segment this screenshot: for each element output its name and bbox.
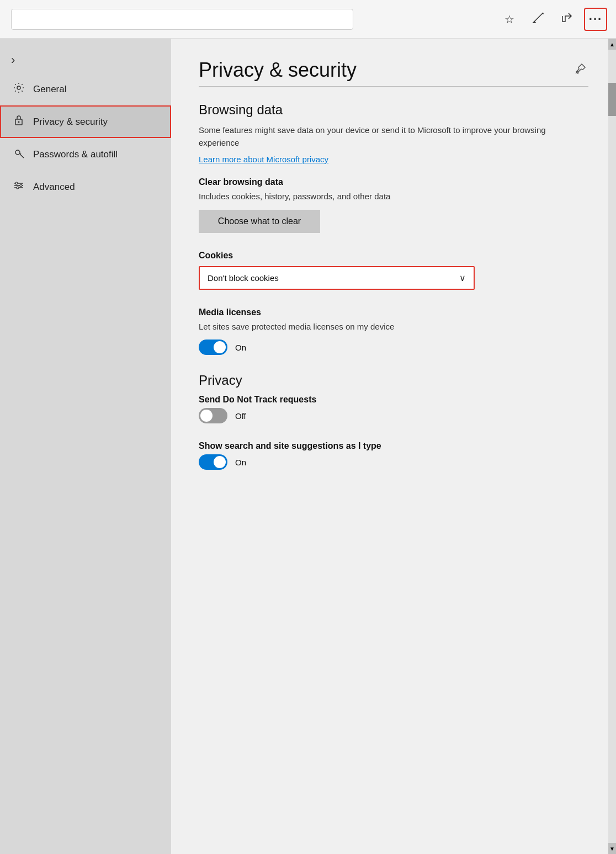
privacy-security-icon: [12, 114, 25, 129]
privacy-section: Privacy Send Do Not Track requests Off S…: [199, 373, 588, 470]
notes-icon: [532, 12, 544, 26]
pin-button[interactable]: [572, 61, 588, 80]
media-licenses-toggle[interactable]: [199, 340, 227, 355]
svg-point-3: [15, 150, 20, 155]
search-suggestions-title: Show search and site suggestions as I ty…: [199, 441, 588, 451]
sidebar-item-privacy-label: Privacy & security: [33, 116, 108, 128]
search-suggestions-toggle-knob: [214, 456, 226, 468]
notes-button[interactable]: [527, 8, 550, 31]
collapse-icon: ›: [11, 53, 15, 67]
sidebar-item-privacy-security[interactable]: Privacy & security: [0, 105, 171, 138]
browsing-data-description: Some features might save data on your de…: [199, 124, 588, 149]
favorites-button[interactable]: ☆: [498, 8, 521, 31]
general-icon: [12, 82, 25, 97]
privacy-section-title: Privacy: [199, 373, 588, 388]
scrollbar[interactable]: ▲ ▼: [608, 39, 616, 854]
sidebar-item-advanced[interactable]: Advanced: [0, 171, 171, 203]
send-dnt-title: Send Do Not Track requests: [199, 395, 588, 405]
cookies-label: Cookies: [199, 251, 588, 261]
sidebar-item-advanced-label: Advanced: [33, 182, 75, 193]
sidebar-item-general-label: General: [33, 84, 66, 95]
scroll-thumb[interactable]: [608, 83, 616, 116]
clear-browsing-data-subsection: Clear browsing data Includes cookies, hi…: [199, 177, 588, 233]
sidebar-item-passwords[interactable]: Passwords & autofill: [0, 138, 171, 171]
clear-browsing-data-title: Clear browsing data: [199, 177, 588, 187]
send-dnt-toggle-knob: [200, 410, 213, 422]
title-divider: [199, 86, 588, 87]
more-button[interactable]: ···: [584, 8, 607, 31]
svg-point-0: [17, 86, 20, 89]
address-bar[interactable]: [11, 9, 353, 30]
sidebar-item-passwords-label: Passwords & autofill: [33, 149, 118, 160]
learn-more-link[interactable]: Learn more about Microsoft privacy: [199, 155, 328, 164]
cookies-chevron-icon: ∨: [459, 273, 466, 283]
svg-point-2: [18, 121, 20, 123]
clear-browsing-data-desc: Includes cookies, history, passwords, an…: [199, 190, 588, 203]
toolbar-icons: ☆ ···: [498, 8, 607, 31]
media-licenses-subsection: Media licenses Let sites save protected …: [199, 307, 588, 356]
search-suggestions-toggle-row: On: [199, 454, 588, 470]
search-suggestions-toggle[interactable]: [199, 454, 227, 470]
scroll-up-button[interactable]: ▲: [608, 39, 616, 50]
media-licenses-desc: Let sites save protected media licenses …: [199, 321, 588, 333]
send-dnt-toggle-label: Off: [235, 411, 246, 421]
svg-point-8: [20, 184, 22, 187]
content-area: Privacy & security Browsing data Some fe…: [171, 39, 616, 854]
send-dnt-subsection: Send Do Not Track requests Off: [199, 395, 588, 423]
media-licenses-toggle-knob: [214, 341, 226, 353]
pin-icon: [574, 63, 586, 75]
send-dnt-toggle[interactable]: [199, 408, 227, 423]
media-licenses-toggle-row: On: [199, 340, 588, 355]
choose-what-to-clear-button[interactable]: Choose what to clear: [199, 210, 320, 233]
svg-point-9: [17, 187, 19, 189]
browsing-data-title: Browsing data: [199, 102, 588, 118]
page-title: Privacy & security: [199, 59, 357, 82]
passwords-icon: [12, 147, 25, 162]
share-icon: [561, 12, 573, 26]
share-button[interactable]: [555, 8, 578, 31]
favorites-icon: ☆: [505, 13, 514, 26]
media-licenses-toggle-label: On: [235, 343, 246, 352]
main-layout: › General Privacy & security: [0, 39, 616, 854]
cookies-selected-value: Don't block cookies: [208, 273, 279, 283]
advanced-icon: [12, 179, 25, 194]
scroll-down-button[interactable]: ▼: [608, 843, 616, 854]
content-inner: Privacy & security Browsing data Some fe…: [171, 39, 616, 521]
cookies-subsection: Cookies Don't block cookies ∨: [199, 251, 588, 290]
cookies-dropdown[interactable]: Don't block cookies ∨: [199, 266, 475, 290]
more-icon: ···: [589, 12, 602, 26]
sidebar: › General Privacy & security: [0, 39, 171, 854]
sidebar-item-general[interactable]: General: [0, 73, 171, 105]
sidebar-collapse-button[interactable]: ›: [0, 47, 26, 73]
browser-toolbar: ☆ ···: [0, 0, 616, 39]
search-suggestions-toggle-label: On: [235, 458, 246, 467]
svg-point-7: [15, 182, 18, 184]
send-dnt-toggle-row: Off: [199, 408, 588, 423]
search-suggestions-subsection: Show search and site suggestions as I ty…: [199, 441, 588, 470]
media-licenses-title: Media licenses: [199, 307, 588, 317]
page-title-row: Privacy & security: [199, 59, 588, 82]
